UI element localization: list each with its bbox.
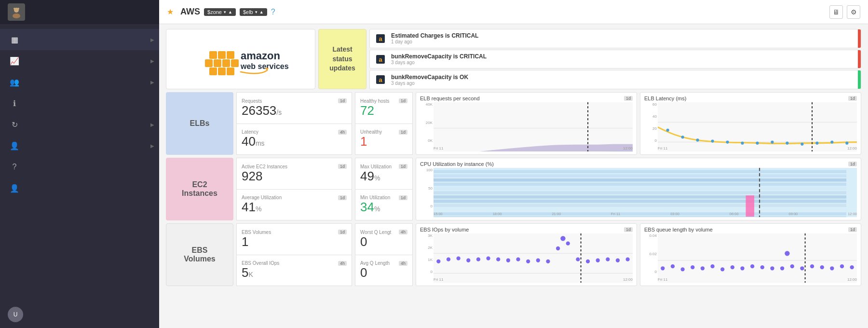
chart-header-ebs-q: EBS queue length by volume 1d — [644, 227, 857, 232]
svg-rect-5 — [218, 51, 226, 59]
ebs-chart1-xaxis: Fri 1112:00 — [434, 274, 633, 283]
svg-rect-13 — [227, 68, 234, 75]
users-icon: 👥 — [10, 77, 19, 87]
alert-row-0: a Estimated Charges is CRITICAL 1 day ag… — [369, 29, 861, 48]
svg-text:web services™: web services™ — [240, 62, 289, 70]
svg-rect-53 — [434, 200, 846, 203]
svg-point-32 — [681, 136, 684, 138]
ebs-chart2-area: 0.040.020 — [644, 233, 857, 283]
sidebar-item-help[interactable]: ? — [0, 156, 159, 178]
ec2-chart-xaxis: 15:0018:0021:00Fri 1103:0006:0009:0012:0… — [434, 208, 857, 217]
elb-chart2-yaxis: 6040200 — [644, 102, 658, 143]
ebs-chart2-xaxis: Fri 1112:00 — [658, 274, 857, 283]
healthy-hosts-stat: Healthy hosts 1d 72 — [355, 92, 413, 123]
analytics-icon: 📈 — [10, 56, 19, 66]
avg-badge: 1d — [338, 195, 347, 200]
svg-point-101 — [740, 266, 744, 270]
svg-rect-49 — [434, 183, 846, 186]
elb-chart1-area: 40K20K0K — [420, 102, 633, 151]
svg-rect-48 — [434, 178, 846, 182]
alert-row-2: a bunkRemoveCapacity is OK 3 days ago — [369, 70, 861, 89]
ec2-chart-badge: 1d — [848, 162, 857, 166]
elb-tag[interactable]: $elb ▾ ▲ — [240, 8, 267, 16]
chart-header-elb-lat: ELB Latency (ms) 1d — [644, 96, 857, 101]
ec2-label: EC2 Instances — [166, 158, 233, 220]
svg-point-104 — [770, 266, 774, 270]
svg-point-87 — [616, 259, 620, 262]
activity-arrow: ▶ — [150, 122, 154, 127]
ebs-iops-label: EBS Overall IOps 4h — [242, 260, 347, 266]
sidebar-item-analytics[interactable]: 📈 ▶ — [0, 50, 159, 71]
ec2-chart-yaxis: 100500 — [420, 168, 434, 208]
svg-point-106 — [785, 251, 789, 256]
ebs-worst-q-stat: Worst Q Lengt 4h 0 — [355, 223, 413, 255]
sidebar-item-team[interactable]: 👤 ▶ — [0, 135, 159, 156]
svg-point-33 — [696, 138, 699, 141]
zone-caret: ▾ — [224, 10, 226, 14]
svg-point-98 — [710, 264, 714, 268]
avatar[interactable]: U — [8, 307, 23, 322]
ec2-max-value: 49% — [360, 169, 407, 183]
sidebar-item-users[interactable]: 👥 ▶ — [0, 71, 159, 93]
svg-rect-54 — [434, 204, 846, 207]
sidebar-nav: ▦ ▶ 📈 ▶ 👥 ▶ ℹ ↻ ▶ 👤 ▶ ? 👤 — [0, 24, 159, 301]
help-icon: ? — [10, 162, 19, 172]
svg-point-111 — [830, 266, 834, 270]
svg-point-77 — [526, 260, 530, 263]
info-icon: ℹ — [10, 98, 19, 108]
ebs-queue-chart: EBS queue length by volume 1d 0.040.020 — [640, 223, 861, 286]
sidebar-item-dashboard[interactable]: ▦ ▶ — [0, 29, 159, 50]
ec2-section-row: EC2 Instances Active EC2 Instances 1d 92… — [166, 158, 861, 220]
ebs-section-row: EBS Volumes EBS Volumes 1d 1 EBS Overall… — [166, 223, 861, 286]
svg-point-78 — [536, 259, 540, 262]
chart-header-ebs-iops: EBS IOps by volume 1d — [420, 227, 633, 232]
alert-title-1: bunkRemoveCapacity is CRITICAL — [391, 53, 857, 60]
svg-point-31 — [666, 129, 669, 132]
ec2-avg-value: 41% — [242, 200, 347, 214]
ebs-volumes-stat: EBS Volumes 1d 1 — [236, 223, 352, 255]
ec2-chart-area: 100500 — [420, 168, 857, 217]
svg-text:a: a — [379, 76, 382, 83]
sidebar-header — [0, 0, 159, 24]
worst-q-badge: 4h — [399, 230, 407, 234]
svg-point-109 — [810, 264, 814, 268]
svg-rect-52 — [434, 195, 846, 199]
elb-caret2: ▲ — [259, 10, 264, 14]
svg-point-110 — [820, 265, 824, 269]
elb-requests-stat: Requests 1d 26353/s — [236, 92, 352, 123]
monitor-button[interactable]: 🖥 — [829, 5, 843, 19]
alert-time-2: 3 days ago — [391, 81, 857, 86]
aws-logo-svg: amazon web services™ — [192, 39, 289, 78]
ec2-min-value: 34% — [360, 200, 407, 214]
sidebar-bottom: U — [0, 301, 159, 328]
elb-caret: ▾ — [255, 10, 258, 14]
svg-point-69 — [447, 258, 450, 261]
ec2-max-min-group: Max Utilization 1d 49% Min Utilization 1… — [355, 158, 413, 220]
ec2-chart-title: CPU Utilization by instance (%) — [420, 161, 494, 167]
chart-header-elb-req: ELB requests per second 1d — [420, 96, 633, 101]
alert-title-2: bunkRemoveCapacity is OK — [391, 74, 857, 81]
sidebar-item-info[interactable]: ℹ — [0, 93, 159, 114]
ebs-stats-group: EBS Volumes 1d 1 EBS Overall IOps 4h 5K — [236, 223, 352, 286]
alert-title-0: Estimated Charges is CRITICAL — [391, 32, 857, 39]
sidebar-item-activity[interactable]: ↻ ▶ — [0, 114, 159, 135]
settings-button[interactable]: ⚙ — [847, 5, 860, 19]
iops-badge: 4h — [338, 261, 347, 266]
ec2-min-stat: Min Utilization 1d 34% — [355, 189, 413, 221]
ebs-chart1-area: 3K2K1K0 — [420, 233, 633, 283]
elb-chart2-badge: 1d — [848, 96, 857, 101]
ebs-label: EBS Volumes — [166, 223, 233, 286]
unhealthy-stat: Unhealthy 1d 1 — [355, 123, 413, 155]
svg-point-79 — [546, 260, 550, 263]
ebs-chart1-yaxis: 3K2K1K0 — [420, 233, 434, 274]
topbar-help-icon[interactable]: ? — [271, 8, 275, 16]
sidebar-item-user-manage[interactable]: 👤 — [0, 178, 159, 199]
max-badge: 1d — [399, 164, 407, 169]
ec2-avg-stat: Average Utilization 1d 41% — [236, 189, 352, 221]
elb-latency-chart: ELB Latency (ms) 1d 6040200 — [640, 92, 861, 155]
svg-text:amazon: amazon — [241, 50, 280, 62]
alert-text-1: bunkRemoveCapacity is CRITICAL 3 days ag… — [391, 53, 857, 65]
zone-tag[interactable]: $zone ▾ ▲ — [204, 8, 236, 16]
zone-caret2: ▲ — [228, 10, 232, 14]
svg-rect-50 — [434, 187, 846, 191]
